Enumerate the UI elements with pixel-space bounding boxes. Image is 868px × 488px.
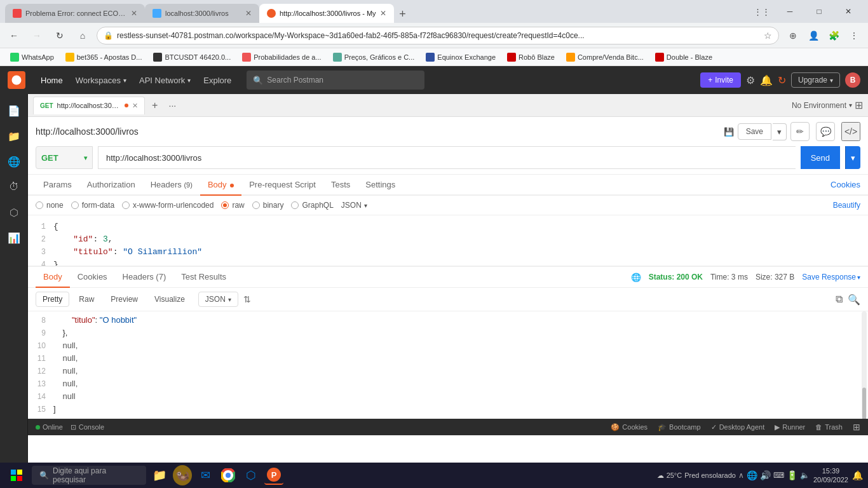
- upgrade-button[interactable]: Upgrade ▾: [791, 72, 840, 88]
- json-format-selector[interactable]: JSON ▾: [341, 201, 367, 210]
- option-binary[interactable]: binary: [252, 201, 284, 210]
- user-avatar[interactable]: B: [845, 72, 860, 88]
- taskbar-otter[interactable]: 🦦: [173, 466, 192, 485]
- desktop-agent-status[interactable]: ✓ Desktop Agent: [711, 423, 765, 431]
- option-form-data[interactable]: form-data: [71, 201, 114, 210]
- browser-tab-3[interactable]: http://localhost:3000/livros - My ✕: [259, 4, 394, 23]
- search-bar[interactable]: 🔍 Search Postman: [247, 71, 424, 90]
- comment-button[interactable]: 💬: [816, 122, 835, 141]
- cookies-status[interactable]: 🍪 Cookies: [611, 423, 648, 431]
- reload-button[interactable]: ↻: [51, 27, 69, 44]
- search-response-icon[interactable]: 🔍: [848, 294, 860, 306]
- browser-tab-1[interactable]: Problema Error: connect ECONN ✕: [5, 4, 145, 23]
- taskbar-file-manager[interactable]: 📁: [150, 466, 169, 485]
- resp-tab-body[interactable]: Body: [36, 267, 70, 288]
- tab-headers[interactable]: Headers (9): [143, 175, 200, 196]
- address-bar[interactable]: 🔒 restless-sunset-40781.postman.co/works…: [97, 27, 779, 44]
- bookmark-precos[interactable]: Preços, Gráficos e C...: [328, 50, 420, 64]
- copy-response-icon[interactable]: ⧉: [836, 294, 843, 306]
- bookmark-compre-venda[interactable]: Compre/Venda Bitc...: [561, 50, 649, 64]
- method-selector[interactable]: GET ▾: [36, 146, 93, 169]
- tab-params[interactable]: Params: [36, 175, 79, 196]
- tray-up-icon[interactable]: ∧: [738, 471, 744, 480]
- view-visualize[interactable]: Visualize: [147, 292, 192, 307]
- taskbar-email[interactable]: ✉: [196, 466, 215, 485]
- sidebar-monitors-icon[interactable]: 📊: [3, 226, 25, 249]
- sidebar-environments-icon[interactable]: 🌐: [3, 150, 25, 173]
- back-button[interactable]: ←: [5, 27, 23, 44]
- invite-button[interactable]: + Invite: [700, 72, 741, 88]
- view-preview[interactable]: Preview: [104, 292, 145, 307]
- taskbar-chrome[interactable]: [219, 466, 238, 485]
- nav-explore[interactable]: Explore: [198, 73, 236, 88]
- home-button[interactable]: ⌂: [74, 27, 92, 44]
- forward-button[interactable]: →: [28, 27, 46, 44]
- tab-settings[interactable]: Settings: [358, 175, 403, 196]
- layout-buttons[interactable]: ⊞: [853, 422, 860, 432]
- bookmark-double-blaze[interactable]: Double - Blaze: [650, 50, 717, 64]
- settings-icon[interactable]: ⚙: [746, 74, 755, 86]
- bookmark-probabilidades[interactable]: Probabilidades de a...: [237, 50, 326, 64]
- edit-button[interactable]: ✏: [790, 122, 810, 141]
- save-response-button[interactable]: Save Response ▾: [802, 273, 860, 281]
- cast-icon[interactable]: ⊕: [784, 27, 802, 44]
- request-tab-active[interactable]: GET http://localhost:3000/li ✕: [33, 97, 145, 114]
- speaker-icon[interactable]: 🔈: [800, 471, 810, 480]
- view-pretty[interactable]: Pretty: [36, 292, 69, 307]
- bookmark-star-icon[interactable]: ☆: [764, 30, 772, 41]
- bootcamp-status[interactable]: 🎓 Bootcamp: [658, 423, 701, 431]
- sidebar-apis-icon[interactable]: ⬡: [3, 201, 25, 224]
- console-button[interactable]: ⊡ Console: [71, 423, 104, 431]
- tab3-close[interactable]: ✕: [380, 9, 386, 18]
- clock-widget[interactable]: 15:39 20/09/2022: [813, 466, 848, 485]
- tab-more-button[interactable]: ···: [165, 99, 180, 112]
- notification-icon[interactable]: 🔔: [760, 74, 773, 86]
- nav-workspaces[interactable]: Workspaces ▾: [71, 73, 132, 88]
- notification-center-button[interactable]: 🔔: [852, 470, 863, 480]
- tab-tests[interactable]: Tests: [323, 175, 358, 196]
- cookies-link[interactable]: Cookies: [831, 175, 860, 194]
- filter-results-icon[interactable]: ⇅: [243, 294, 251, 304]
- sidebar-history-icon[interactable]: ⏱: [3, 175, 25, 198]
- option-raw[interactable]: raw: [221, 201, 244, 210]
- bookmark-btcusdt[interactable]: BTCUSDT 46420.0...: [148, 50, 236, 64]
- resp-tab-cookies[interactable]: Cookies: [70, 267, 115, 288]
- battery-icon[interactable]: 🔋: [787, 470, 797, 480]
- taskbar-vscode[interactable]: ⬡: [241, 466, 261, 485]
- volume-icon[interactable]: 🔊: [760, 470, 771, 480]
- sidebar-new-request-icon[interactable]: 📄: [3, 99, 25, 122]
- environment-selector[interactable]: No Environment ▾ ⊞: [792, 99, 863, 111]
- tab-close-icon[interactable]: ✕: [132, 102, 138, 110]
- network-icon[interactable]: 🌐: [747, 470, 757, 480]
- request-body-editor[interactable]: 1 { 2 "id": 3, 3 "titulo": "O Silamrilli…: [28, 215, 868, 266]
- keyboard-icon[interactable]: ⌨: [773, 471, 784, 480]
- beautify-button[interactable]: Beautify: [833, 201, 860, 210]
- tab-authorization[interactable]: Authorization: [79, 175, 143, 196]
- minimize-button[interactable]: ─: [775, 0, 804, 23]
- nav-api-network[interactable]: API Network ▾: [134, 73, 196, 88]
- nav-home[interactable]: Home: [36, 73, 68, 88]
- option-graphql[interactable]: GraphQL: [291, 201, 333, 210]
- extensions-icon[interactable]: 🧩: [825, 27, 843, 44]
- bookmark-equinox[interactable]: Equinox Exchange: [421, 50, 501, 64]
- tab-pre-request[interactable]: Pre-request Script: [241, 175, 323, 196]
- option-urlencoded[interactable]: x-www-form-urlencoded: [122, 201, 214, 210]
- code-snippet-button[interactable]: </>: [841, 122, 860, 141]
- taskbar-search-bar[interactable]: 🔍 Digite aqui para pesquisar: [32, 466, 146, 485]
- response-scrollbar[interactable]: [862, 311, 867, 419]
- resp-tab-headers[interactable]: Headers (7): [115, 267, 174, 288]
- tab2-close[interactable]: ✕: [245, 9, 252, 18]
- maximize-button[interactable]: □: [804, 0, 834, 23]
- response-format-selector[interactable]: JSON ▾: [198, 292, 238, 307]
- runner-status[interactable]: ▶ Runner: [775, 423, 805, 431]
- online-status[interactable]: Online: [36, 423, 63, 431]
- url-input[interactable]: [98, 146, 796, 169]
- sync-icon[interactable]: ↻: [778, 74, 786, 86]
- tab1-close[interactable]: ✕: [131, 9, 137, 18]
- send-dropdown-button[interactable]: ▾: [845, 146, 860, 169]
- browser-tab-2[interactable]: localhost:3000/livros ✕: [145, 4, 259, 23]
- option-none[interactable]: none: [36, 201, 64, 210]
- new-tab-button[interactable]: +: [394, 5, 412, 23]
- tab-body[interactable]: Body: [200, 175, 241, 196]
- trash-status[interactable]: 🗑 Trash: [815, 423, 843, 431]
